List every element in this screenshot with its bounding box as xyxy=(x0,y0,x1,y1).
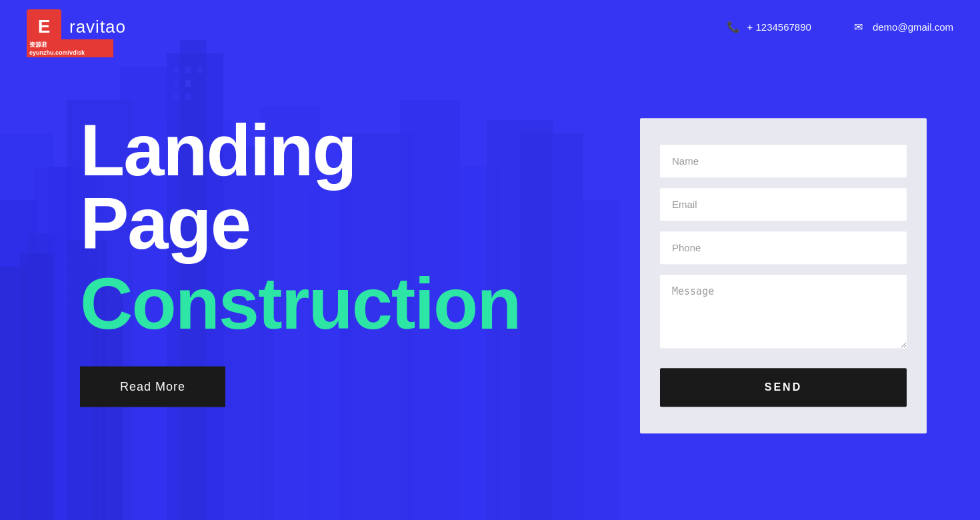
hero-content: Landing Page Construction Read More xyxy=(80,113,520,407)
message-field-group xyxy=(660,275,907,351)
read-more-button[interactable]: Read More xyxy=(80,367,225,407)
message-textarea[interactable] xyxy=(660,275,907,348)
contact-panel: SEND xyxy=(640,118,927,433)
logo-watermark-subtext: 资源君 eyunzhu.com/vdisk xyxy=(27,39,113,57)
header: E 资源君 eyunzhu.com/vdisk ravitao 📞 + 1234… xyxy=(0,0,980,53)
phone-input[interactable] xyxy=(660,231,907,264)
phone-number: + 1234567890 xyxy=(747,21,811,33)
name-field-group xyxy=(660,145,907,177)
logo-letter: E xyxy=(38,16,51,37)
phone-contact: 📞 + 1234567890 xyxy=(726,19,811,34)
hero-title: Landing Page xyxy=(80,113,520,260)
svg-rect-19 xyxy=(185,67,191,73)
logo-watermark: E 资源君 eyunzhu.com/vdisk xyxy=(27,9,61,44)
svg-rect-26 xyxy=(567,200,620,520)
email-contact: ✉ demo@gmail.com xyxy=(851,19,953,34)
brand-name: ravitao xyxy=(69,17,126,37)
email-field-group xyxy=(660,188,907,221)
hero-section: E 资源君 eyunzhu.com/vdisk ravitao 📞 + 1234… xyxy=(0,0,980,520)
phone-icon: 📞 xyxy=(726,19,741,34)
svg-rect-28 xyxy=(20,253,53,520)
svg-rect-20 xyxy=(197,67,203,73)
svg-rect-22 xyxy=(185,80,191,87)
email-icon: ✉ xyxy=(851,19,866,34)
svg-rect-21 xyxy=(173,80,179,87)
name-input[interactable] xyxy=(660,145,907,177)
svg-rect-24 xyxy=(185,93,191,100)
hero-subtitle: Construction xyxy=(80,267,520,340)
svg-rect-23 xyxy=(173,93,179,100)
logo-area: E 资源君 eyunzhu.com/vdisk ravitao xyxy=(27,9,126,44)
phone-field-group xyxy=(660,231,907,264)
send-button[interactable]: SEND xyxy=(660,368,907,407)
svg-rect-18 xyxy=(173,67,179,73)
email-input[interactable] xyxy=(660,188,907,221)
header-contact: 📞 + 1234567890 ✉ demo@gmail.com xyxy=(726,19,953,34)
email-address: demo@gmail.com xyxy=(873,21,953,33)
